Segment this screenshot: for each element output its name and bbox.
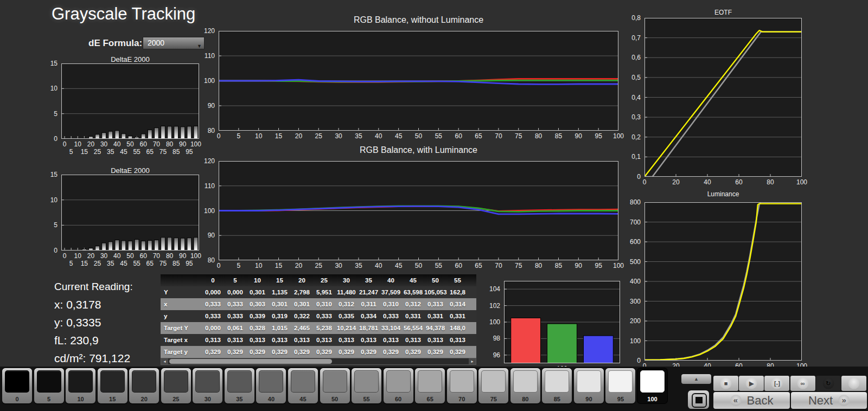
- scrollbar-left-arrow-icon[interactable]: ◂: [161, 358, 168, 364]
- gray-swatch: [640, 370, 665, 393]
- gray-patch-button[interactable]: 5: [34, 368, 64, 403]
- gray-patch-button[interactable]: 90: [574, 368, 604, 403]
- stop-button[interactable]: ■: [713, 376, 738, 391]
- patch-label: 95: [605, 396, 635, 402]
- gray-swatch: [386, 370, 411, 393]
- gray-patch-button[interactable]: 75: [478, 368, 508, 403]
- gray-swatch: [164, 370, 188, 393]
- gray-swatch: [545, 370, 569, 393]
- next-button[interactable]: Next »: [791, 392, 867, 409]
- gray-patch-button[interactable]: 70: [447, 368, 477, 403]
- axis-tick-label: 5: [69, 148, 73, 156]
- gray-patch-button[interactable]: 40: [256, 368, 286, 403]
- table-cell: 0,328: [246, 322, 269, 334]
- axis-tick-label: 102: [486, 302, 500, 310]
- reading-y: y: 0,3335: [54, 313, 133, 331]
- axis-tick-label: 0: [63, 252, 67, 260]
- gray-patch-button[interactable]: 35: [225, 368, 254, 403]
- table-cell: 0,313: [313, 334, 335, 346]
- gray-swatch: [5, 370, 29, 393]
- axis-tick-label: 75: [159, 260, 167, 267]
- gray-patch-button[interactable]: 25: [161, 368, 191, 403]
- table-cell: 0,331: [424, 310, 446, 322]
- axis-tick-label: 5: [42, 221, 58, 229]
- table-scrollbar[interactable]: ◂ ▸: [161, 358, 476, 365]
- table-cell: 5,951: [313, 286, 335, 298]
- axis-tick-label: 60: [735, 178, 742, 186]
- table-cell: 0,313: [269, 334, 291, 346]
- table-cell: 0,313: [424, 334, 446, 346]
- table-cell: 0,313: [446, 334, 469, 346]
- gray-patch-button[interactable]: 30: [193, 368, 222, 403]
- refresh-button[interactable]: ↻: [816, 376, 841, 391]
- back-button[interactable]: « Back: [713, 392, 790, 409]
- axis-tick-label: 25: [315, 262, 322, 269]
- interval-button[interactable]: [-]: [764, 376, 789, 391]
- axis-tick-label: 40: [113, 140, 120, 148]
- scrollbar-thumb[interactable]: [169, 359, 332, 364]
- table-cell: 0,334: [358, 310, 380, 322]
- axis-tick-label: 50: [126, 252, 133, 260]
- patch-label: 30: [193, 396, 222, 402]
- patch-label: 20: [129, 396, 159, 402]
- gray-patch-button[interactable]: 65: [415, 368, 445, 403]
- axis-tick-label: 600: [616, 238, 641, 246]
- loop-button[interactable]: ∞: [790, 376, 815, 391]
- gray-patch-button[interactable]: 50: [320, 368, 350, 403]
- table-cell: 0,313: [358, 334, 380, 346]
- table-column-header: 20: [291, 274, 313, 286]
- gray-patch-button[interactable]: 0: [2, 368, 32, 403]
- gray-patch-button[interactable]: 10: [66, 368, 95, 403]
- table-column-header: 10: [246, 274, 269, 286]
- row-label: y: [161, 310, 202, 322]
- gray-patch-button[interactable]: 55: [352, 368, 381, 403]
- gray-patch-button[interactable]: 100: [637, 368, 667, 403]
- axis-tick-label: 0,4: [616, 94, 641, 101]
- blank-button[interactable]: [841, 376, 866, 391]
- axis-tick-label: 800: [616, 198, 641, 206]
- current-reading-title: Current Reading:: [54, 278, 133, 296]
- table-cell: 0,313: [202, 334, 224, 346]
- pattern-window-button[interactable]: [688, 390, 709, 409]
- patch-label: 65: [415, 396, 445, 402]
- gray-patch-button[interactable]: 45: [288, 368, 318, 403]
- axis-tick-label: 0,6: [616, 54, 641, 61]
- table-cell: 0,313: [424, 298, 446, 310]
- axis-tick-label: 30: [100, 140, 107, 148]
- table-cell: 0,335: [335, 310, 358, 322]
- axis-tick-label: 0: [217, 262, 221, 269]
- panel-expand-button[interactable]: ▲: [681, 374, 711, 384]
- patch-label: 15: [98, 396, 127, 402]
- axis-tick-label: 30: [335, 262, 342, 269]
- scrollbar-right-arrow-icon[interactable]: ▸: [469, 358, 476, 364]
- gray-patch-button[interactable]: 80: [510, 368, 540, 403]
- table-cell: 0,329: [202, 346, 224, 358]
- gray-patch-button[interactable]: 85: [542, 368, 572, 403]
- gray-swatch: [132, 370, 156, 393]
- axis-tick-label: 85: [555, 132, 562, 140]
- play-button[interactable]: ▶: [739, 376, 764, 391]
- de-formula-label: dE Formula:: [88, 38, 142, 49]
- loop-icon: ∞: [797, 378, 808, 389]
- table-cell: 37,509: [380, 286, 402, 298]
- axis-tick-label: 60: [455, 132, 462, 140]
- table-row: Target Y0,0000,0610,3281,0152,4655,23810…: [161, 322, 476, 334]
- axis-tick-label: 90: [201, 232, 215, 239]
- table-cell: 94,378: [424, 322, 446, 334]
- gray-patch-button[interactable]: 15: [98, 368, 127, 403]
- gray-swatch: [418, 370, 442, 393]
- axis-tick-label: 100: [201, 77, 215, 85]
- patch-label: 85: [542, 396, 572, 402]
- interval-icon: [-]: [771, 378, 783, 389]
- gray-patch-button[interactable]: 95: [605, 368, 635, 403]
- axis-tick-label: 45: [395, 132, 402, 140]
- de-formula-dropdown[interactable]: 2000 ▼: [143, 37, 205, 49]
- gray-patch-button[interactable]: 20: [129, 368, 159, 403]
- axis-tick-label: 80: [201, 256, 215, 264]
- blank-icon: [848, 378, 860, 389]
- gray-patch-button[interactable]: 60: [384, 368, 413, 403]
- table-cell: 0,313: [246, 334, 269, 346]
- axis-tick-label: 80: [535, 132, 542, 140]
- table-cell: 0,329: [402, 346, 424, 358]
- axis-tick-label: 110: [201, 182, 215, 190]
